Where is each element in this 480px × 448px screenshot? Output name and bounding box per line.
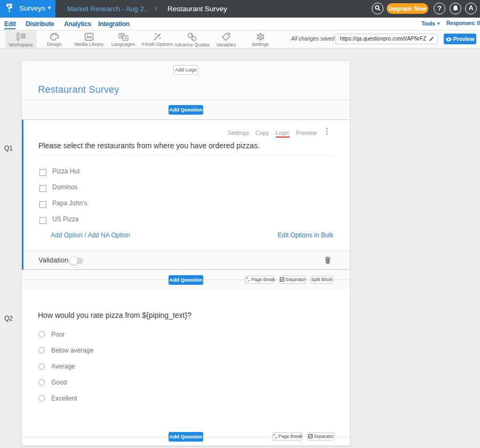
svg-text:A: A [124,36,127,41]
